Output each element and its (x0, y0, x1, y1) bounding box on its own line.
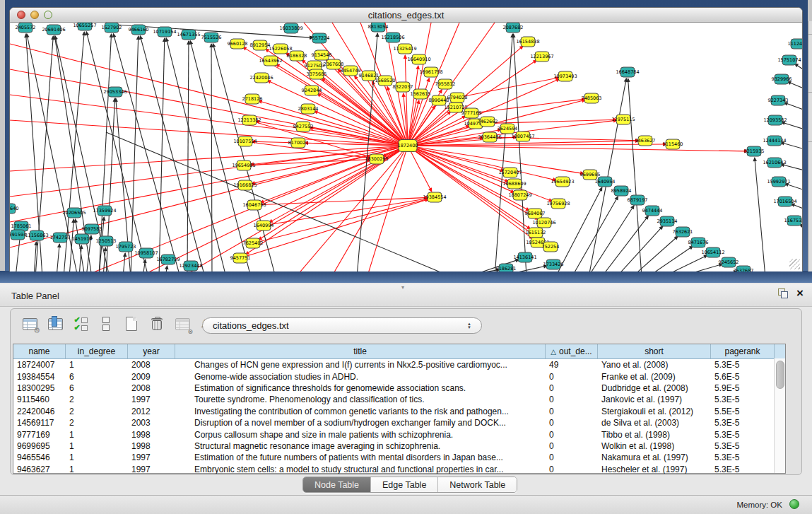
scrollbar-thumb[interactable] (776, 361, 784, 389)
cell-pagerank: 5.3E-5 (711, 418, 775, 428)
graph-edge[interactable] (572, 197, 618, 271)
graph-node-label: 8958924 (611, 188, 632, 194)
table-row[interactable]: 977716911998Corpus callosum shape and si… (13, 428, 785, 440)
graph-edge[interactable] (632, 236, 678, 271)
column-header-in_degree[interactable]: in_degree (66, 344, 128, 358)
cell-out_degree: 0 (546, 418, 598, 428)
cell-year: 2008 (128, 383, 175, 393)
graph-edge[interactable] (10, 95, 408, 146)
graph-edge[interactable] (211, 44, 212, 271)
graph-edge[interactable] (86, 32, 148, 271)
network-frame-bottom (0, 271, 812, 283)
graph-edge[interactable] (601, 216, 649, 271)
graph-edge[interactable] (628, 78, 642, 271)
edge-arrowhead-icon (165, 37, 169, 42)
graph-edge[interactable] (57, 244, 59, 271)
cell-name: 9699695 (13, 441, 66, 451)
tab-network-table[interactable]: Network Table (438, 477, 517, 492)
table-row[interactable]: 946362711997Embryonic stem cells: a mode… (13, 464, 785, 474)
graph-edge[interactable] (259, 101, 408, 146)
cell-pagerank: 5.3E-5 (711, 465, 775, 474)
edge-arrowhead-icon (212, 43, 216, 48)
table-toolbar: ⚙✔✔⊗f(x) (20, 315, 217, 333)
graph-edge[interactable] (10, 146, 408, 171)
tab-edge-table[interactable]: Edge Table (371, 477, 438, 492)
graph-node-label: 9457751 (230, 255, 251, 261)
cell-title: Investigating the contribution of common… (175, 407, 546, 416)
table-row[interactable]: 2242004622012Investigating the contribut… (13, 406, 785, 417)
graph-edge[interactable] (647, 246, 693, 271)
show-column-icon[interactable] (46, 315, 64, 333)
graph-node-label: 1568520 (375, 78, 396, 83)
graph-edge[interactable] (113, 34, 180, 271)
graph-edge[interactable] (253, 199, 428, 243)
cell-year: 2012 (128, 407, 175, 416)
graph-edge[interactable] (254, 197, 428, 205)
delete-table-icon[interactable]: ⊗ (173, 315, 192, 333)
graph-node-label: 18807249 (508, 192, 531, 198)
graph-edge[interactable] (408, 146, 556, 180)
graph-edge[interactable] (131, 36, 139, 271)
graph-edge[interactable] (472, 99, 585, 113)
close-panel-icon[interactable]: × (796, 288, 804, 298)
graph-node-label: 1112484 (788, 41, 802, 47)
column-header-name[interactable]: name (13, 344, 66, 358)
table-row[interactable]: 1830029562008Estimation of significance … (13, 382, 785, 394)
graph-edge[interactable] (244, 159, 370, 165)
column-header-pagerank[interactable]: pagerank (711, 344, 775, 358)
graph-node-label: 1733426 (543, 262, 564, 267)
float-panel-icon[interactable] (778, 288, 788, 298)
graph-node-label: 12923448 (179, 263, 202, 269)
column-header-out_degree[interactable]: △out_de... (546, 344, 598, 358)
column-header-title[interactable]: title (175, 344, 546, 358)
graph-edge[interactable] (408, 146, 748, 151)
table-selector-dropdown[interactable]: citations_edges.txt ▲▼ (202, 317, 482, 334)
table-scrollbar[interactable] (774, 358, 785, 473)
network-window-titlebar[interactable]: citations_edges.txt (10, 8, 802, 23)
graph-edge[interactable] (452, 269, 500, 271)
column-header-short[interactable]: short (598, 344, 711, 358)
tab-node-table[interactable]: Node Table (303, 477, 371, 492)
table-row[interactable]: 969969511998Structural magnetic resonanc… (13, 440, 785, 452)
graph-edge[interactable] (678, 264, 722, 271)
graph-node-label: 7955812 (435, 81, 456, 87)
graph-edge[interactable] (662, 255, 707, 271)
graph-edge[interactable] (166, 38, 226, 271)
graph-edge[interactable] (69, 219, 73, 271)
table-row[interactable]: 1456911722003Disruption of a novel membe… (13, 417, 785, 428)
cell-in_degree: 1 (66, 360, 128, 370)
cell-pagerank: 5.3E-5 (711, 452, 775, 462)
panel-resize-handle-icon[interactable]: ▾ (401, 284, 404, 291)
graph-edge[interactable] (513, 34, 526, 271)
graph-edge[interactable] (10, 146, 408, 247)
graph-edge[interactable] (755, 158, 765, 271)
unselect-rows-icon[interactable] (97, 315, 115, 333)
table-row[interactable]: 946554611997Estimation of the future num… (13, 452, 785, 463)
graph-node-label: 2367608 (324, 62, 344, 67)
graph-edge[interactable] (317, 93, 408, 146)
graph-node-label: 1795723 (116, 244, 136, 250)
graph-edge[interactable] (588, 206, 634, 271)
table-settings-icon[interactable]: ⚙ (20, 315, 39, 333)
canvas-resize-grip-icon[interactable] (789, 259, 800, 269)
graph-edge[interactable] (187, 41, 189, 271)
memory-status-indicator[interactable] (789, 499, 799, 509)
graph-node-label: 3624594 (498, 126, 518, 132)
graph-edge[interactable] (10, 146, 408, 197)
table-row[interactable]: 911546021997Tourette syndrome. Phenomeno… (13, 394, 785, 405)
select-all-rows-icon[interactable]: ✔✔ (71, 315, 90, 333)
cell-title: Tourette syndrome. Phenomenology and cla… (175, 395, 546, 404)
table-row[interactable]: 1872400712008Changes of HCN gene express… (13, 359, 785, 370)
new-document-icon[interactable] (122, 315, 141, 333)
cell-short: Wolkin et al. (1998) (598, 441, 711, 451)
cell-short: Franke et al. (2009) (598, 372, 711, 382)
cell-year: 1997 (128, 465, 175, 474)
graph-node-label: 10107554 (233, 139, 257, 144)
table-row[interactable]: 1938455462009Genome-wide association stu… (13, 370, 785, 382)
network-graph[interactable]: 2405572206914061065525715279029466160107… (10, 23, 802, 271)
graph-edge[interactable] (495, 34, 512, 271)
network-canvas[interactable]: 2405572206914061065525715279029466160107… (10, 23, 802, 271)
trash-icon[interactable] (148, 315, 166, 333)
graph-node-label: 15751074 (777, 57, 801, 63)
column-header-year[interactable]: year (128, 344, 175, 358)
